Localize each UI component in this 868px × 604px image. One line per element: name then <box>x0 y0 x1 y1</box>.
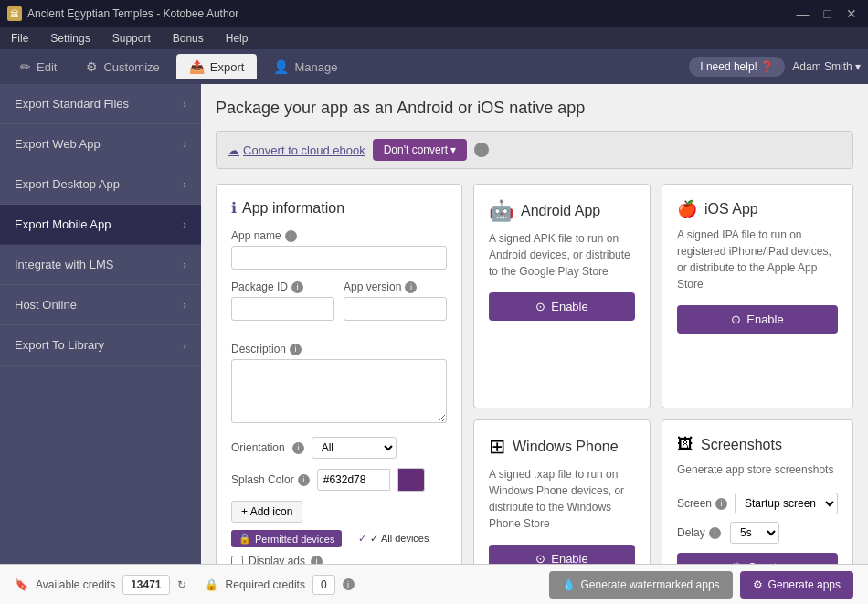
android-desc: A signed APK file to run on Android devi… <box>489 230 635 280</box>
chevron-icon: › <box>183 339 186 352</box>
sidebar-label-export-web: Export Web App <box>15 137 101 151</box>
ios-panel: 🍎 iOS App A signed IPA file to run on re… <box>662 184 853 408</box>
app-name-input[interactable] <box>231 246 447 270</box>
description-info-icon[interactable]: i <box>290 344 302 355</box>
windows-enable-button[interactable]: ⊙ Enable <box>489 545 635 564</box>
manage-icon: 👤 <box>273 59 289 74</box>
sidebar-label-integrate-lms: Integrate with LMS <box>15 258 113 271</box>
sidebar-label-host-online: Host Online <box>15 298 77 312</box>
display-ads-info-icon[interactable]: i <box>311 556 323 565</box>
available-credits-icon: 🔖 <box>15 578 28 591</box>
splash-color-input[interactable] <box>317 469 390 491</box>
description-input[interactable] <box>231 359 447 423</box>
window-controls: — □ ✕ <box>793 6 861 21</box>
all-devices-badge[interactable]: ✓ ✓ All devices <box>351 530 436 547</box>
tab-edit[interactable]: ✏ Edit <box>7 54 69 79</box>
help-label: I need help! ❓ <box>700 60 774 73</box>
screen-label: Screen i <box>677 497 727 510</box>
main-content: Package your app as an Android or iOS na… <box>201 84 868 564</box>
tab-export[interactable]: 📤 Export <box>176 54 258 79</box>
menu-support[interactable]: Support <box>109 30 154 47</box>
user-menu[interactable]: Adam Smith ▾ <box>792 60 861 73</box>
sidebar-item-host-online[interactable]: Host Online › <box>0 285 201 325</box>
ios-enable-button[interactable]: ⊙ Enable <box>677 305 838 334</box>
app-name-label: App name <box>231 229 281 242</box>
screen-select[interactable]: Startup screen Screen 2 Screen 3 <box>735 493 838 514</box>
available-credits-value: 13471 <box>122 575 169 595</box>
app-version-info-icon[interactable]: i <box>405 281 417 293</box>
package-id-info-icon[interactable]: i <box>291 281 303 293</box>
sidebar-label-export-mobile: Export Mobile App <box>15 217 111 231</box>
tab-customize-label: Customize <box>103 60 159 74</box>
title-bar: 🏛 Ancient Egyptian Temples - Kotobee Aut… <box>0 0 868 27</box>
screenshots-name: Screenshots <box>701 437 782 453</box>
windows-icon: ⊞ <box>489 435 505 459</box>
droplet-icon: 💧 <box>562 578 576 591</box>
display-ads-checkbox[interactable] <box>231 556 243 565</box>
create-button[interactable]: ⚙ Create <box>677 553 838 564</box>
help-button[interactable]: I need help! ❓ <box>689 57 785 77</box>
add-icon-label: + Add icon <box>241 505 292 518</box>
sidebar-item-export-mobile[interactable]: Export Mobile App › <box>0 205 201 245</box>
package-id-label: Package ID <box>231 281 288 293</box>
close-btn[interactable]: ✕ <box>842 6 861 21</box>
sidebar-label-export-desktop: Export Desktop App <box>15 177 120 191</box>
android-name: Android App <box>521 203 600 219</box>
watermark-button[interactable]: 💧 Generate watermarked apps <box>549 571 733 599</box>
chevron-icon: › <box>183 138 186 151</box>
app-name-info-icon[interactable]: i <box>285 230 297 242</box>
menu-help[interactable]: Help <box>222 30 252 47</box>
app-version-input[interactable] <box>344 297 447 321</box>
splash-info-icon[interactable]: i <box>298 474 310 486</box>
ios-icon: 🍎 <box>677 199 697 219</box>
minimize-btn[interactable]: — <box>793 6 813 21</box>
available-credits-label: Available credits <box>36 578 115 591</box>
menu-bar: File Settings Support Bonus Help <box>0 27 868 49</box>
required-info-icon[interactable]: i <box>343 578 355 590</box>
sidebar-item-integrate-lms[interactable]: Integrate with LMS › <box>0 245 201 285</box>
dont-convert-button[interactable]: Don't convert ▾ <box>373 139 468 161</box>
sidebar-item-export-library[interactable]: Export To Library › <box>0 325 201 366</box>
sidebar-item-export-standard[interactable]: Export Standard Files › <box>0 84 201 124</box>
permitted-devices-badge[interactable]: 🔒 Permitted devices <box>231 530 342 547</box>
splash-color-swatch[interactable] <box>397 468 425 492</box>
required-credits-value: 0 <box>312 575 335 595</box>
chevron-icon: › <box>183 259 186 271</box>
sidebar-item-export-web[interactable]: Export Web App › <box>0 124 201 164</box>
menu-bonus[interactable]: Bonus <box>169 30 207 47</box>
export-icon: 📤 <box>189 59 205 74</box>
app-info-panel: ℹ App information App name i Package ID … <box>216 184 462 564</box>
orientation-label: Orientation <box>231 441 285 454</box>
delay-select[interactable]: 5s 3s 10s <box>730 522 779 544</box>
refresh-icon[interactable]: ↻ <box>177 578 186 591</box>
sidebar-label-export-standard: Export Standard Files <box>15 97 129 111</box>
orientation-info-icon[interactable]: i <box>292 442 304 454</box>
convert-link[interactable]: ☁ Convert to cloud ebook <box>228 143 365 157</box>
menu-settings[interactable]: Settings <box>47 30 93 47</box>
orientation-select[interactable]: All Portrait Landscape <box>312 437 397 459</box>
ios-desc: A signed IPA file to run on registered i… <box>677 227 838 292</box>
sidebar-label-export-library: Export To Library <box>15 338 104 352</box>
tab-customize[interactable]: ⚙ Customize <box>73 54 172 79</box>
delay-info-icon[interactable]: i <box>709 527 721 539</box>
screenshots-panel: 🖼 Screenshots Generate app store screens… <box>662 419 853 564</box>
enable-icon: ⊙ <box>731 313 741 326</box>
tab-manage[interactable]: 👤 Manage <box>260 54 350 79</box>
gear-icon: ⚙ <box>731 560 742 564</box>
delay-label: Delay i <box>677 526 723 539</box>
menu-file[interactable]: File <box>7 30 32 47</box>
add-icon-button[interactable]: + Add icon <box>231 501 302 523</box>
sidebar-item-export-desktop[interactable]: Export Desktop App › <box>0 164 201 205</box>
windows-name: Windows Phone <box>513 439 619 455</box>
package-id-input[interactable] <box>231 297 334 321</box>
windows-desc: A signed .xap file to run on Windows Pho… <box>489 466 635 532</box>
screen-info-icon[interactable]: i <box>715 498 727 510</box>
app-version-label: App version <box>344 281 401 293</box>
required-credits-label: Required credits <box>226 578 305 591</box>
maximize-btn[interactable]: □ <box>820 6 835 21</box>
page-title: Package your app as an Android or iOS na… <box>216 99 853 118</box>
android-enable-button[interactable]: ⊙ Enable <box>489 292 635 321</box>
generate-button[interactable]: ⚙ Generate apps <box>740 571 853 599</box>
convert-info-icon[interactable]: i <box>474 143 489 157</box>
sidebar: Export Standard Files › Export Web App ›… <box>0 84 201 564</box>
